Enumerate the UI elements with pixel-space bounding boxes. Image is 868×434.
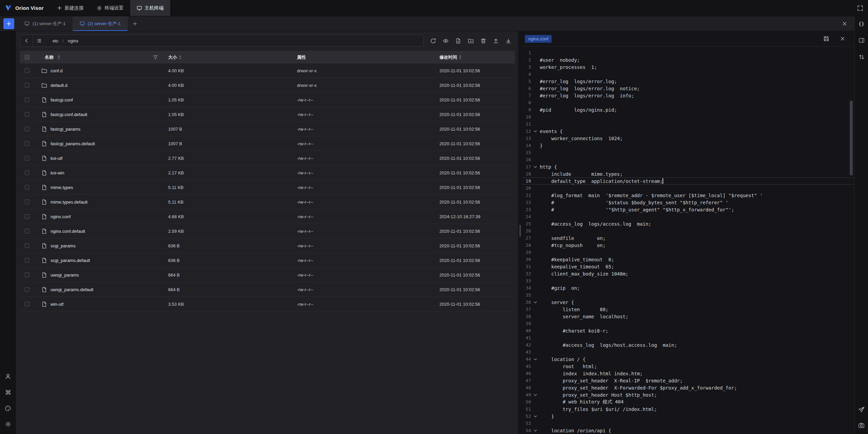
fold-chevron-icon[interactable] <box>531 414 540 418</box>
code-line[interactable]: 10 <box>522 113 854 120</box>
command-button[interactable] <box>3 388 13 397</box>
table-row[interactable]: fastcgi_params1007 B-rw-r--r--2020-11-01… <box>20 122 515 136</box>
add-tab-inline-button[interactable] <box>133 21 137 26</box>
filter-icon[interactable] <box>153 55 158 60</box>
table-row[interactable]: scgi_params636 B-rw-r--r--2020-11-01 10:… <box>20 239 515 253</box>
row-checkbox[interactable] <box>25 185 29 190</box>
download-button[interactable] <box>503 36 513 46</box>
table-row[interactable]: win-utf3.53 KB-rw-r--r--2020-11-01 10:02… <box>20 297 515 312</box>
fold-chevron-icon[interactable] <box>531 300 540 304</box>
list-view-button[interactable] <box>33 35 45 46</box>
table-row[interactable]: uwsgi_params664 B-rw-r--r--2020-11-01 10… <box>20 268 515 282</box>
row-checkbox[interactable] <box>25 200 29 204</box>
file-name[interactable]: default.d <box>51 83 67 88</box>
row-checkbox[interactable] <box>25 214 29 219</box>
row-checkbox[interactable] <box>25 170 29 175</box>
code-line[interactable]: 53 <box>522 420 854 427</box>
row-checkbox[interactable] <box>25 68 29 73</box>
code-line[interactable]: 35 <box>522 291 854 299</box>
code-line[interactable]: 28 #tcp_nopush on; <box>522 242 854 249</box>
code-line[interactable]: 13 worker_connections 1024; <box>522 135 854 142</box>
code-line[interactable]: 37 listen 80; <box>522 306 854 313</box>
row-checkbox[interactable] <box>25 83 29 88</box>
code-line[interactable]: 43 <box>522 348 854 356</box>
code-line[interactable]: 6#error_log logs/error.log notice; <box>522 85 854 92</box>
code-line[interactable]: 25 #access_log logs/access.log main; <box>522 220 854 227</box>
new-tab-button[interactable] <box>3 18 14 29</box>
file-tag[interactable]: nginx.conf <box>525 35 552 43</box>
row-checkbox[interactable] <box>25 156 29 161</box>
fullscreen-button[interactable] <box>855 3 865 13</box>
table-row[interactable]: uwsgi_params.default664 B-rw-r--r--2020-… <box>20 282 515 297</box>
editor-close-button[interactable] <box>837 34 848 44</box>
row-checkbox[interactable] <box>25 127 29 131</box>
code-line[interactable]: 18 include mime.types; <box>522 170 854 177</box>
file-name[interactable]: nginx.conf <box>51 214 71 219</box>
row-checkbox[interactable] <box>25 302 29 306</box>
table-row[interactable]: koi-win2.17 KB-rw-r--r--2020-11-01 10:02… <box>20 166 515 180</box>
table-row[interactable]: fastcgi_params.default1007 B-rw-r--r--20… <box>20 136 515 151</box>
file-name[interactable]: uwsgi_params.default <box>51 287 93 292</box>
table-row[interactable]: mime.types.default5.11 KB-rw-r--r--2020-… <box>20 195 515 209</box>
column-size-label[interactable]: 大小 <box>168 54 177 60</box>
column-mtime-label[interactable]: 修改时间 <box>439 54 457 60</box>
code-line[interactable]: 15 <box>522 149 854 156</box>
code-line[interactable]: 50 # web history 模式 404 <box>522 398 854 405</box>
code-line[interactable]: 12events { <box>522 128 854 135</box>
new-file-button[interactable] <box>453 36 463 46</box>
row-checkbox[interactable] <box>25 272 29 277</box>
breadcrumb-item-nginx[interactable]: nginx <box>68 38 78 43</box>
fold-chevron-icon[interactable] <box>531 429 540 433</box>
row-checkbox[interactable] <box>25 243 29 248</box>
upload-button[interactable] <box>491 36 501 46</box>
code-line[interactable]: 21 #log_format main '$remote_addr - $rem… <box>522 192 854 199</box>
table-row[interactable]: koi-utf2.77 KB-rw-r--r--2020-11-01 10:02… <box>20 151 515 166</box>
fold-chevron-icon[interactable] <box>531 357 540 361</box>
code-line[interactable]: 23 # '"$http_user_agent" "$http_x_forwar… <box>522 206 854 213</box>
code-line[interactable]: 40 #charset koi8-r; <box>522 327 854 334</box>
code-line[interactable]: 19 default_type application/octet-stream… <box>522 177 854 185</box>
code-line[interactable]: 42 #access_log logs/host.access.log main… <box>522 341 854 348</box>
row-checkbox[interactable] <box>25 97 29 102</box>
file-name[interactable]: win-utf <box>51 302 63 307</box>
code-line[interactable]: 26 <box>522 227 854 234</box>
screenshot-button[interactable] <box>857 420 866 430</box>
code-line[interactable]: 17http { <box>522 163 854 170</box>
code-line[interactable]: 33 <box>522 277 854 284</box>
toggle-panel-button[interactable] <box>857 36 866 45</box>
code-line[interactable]: 8 <box>522 99 854 106</box>
code-line[interactable]: 24 <box>522 213 854 220</box>
code-line[interactable]: 3worker_processes 1; <box>522 63 854 71</box>
code-line[interactable]: 52 } <box>522 413 854 420</box>
code-line[interactable]: 36 server { <box>522 299 854 306</box>
code-line[interactable]: 9#pid logs/nginx.pid; <box>522 106 854 113</box>
transfer-button[interactable] <box>857 52 866 62</box>
code-line[interactable]: 30 #keepalive_timeout 0; <box>522 256 854 263</box>
tab-server-1[interactable]: (1) server-生产-1 <box>18 16 73 31</box>
send-command-button[interactable] <box>857 405 866 414</box>
table-row[interactable]: fastcgi.conf.default1.05 KB-rw-r--r--202… <box>20 107 515 122</box>
panel-splitter[interactable] <box>518 31 522 434</box>
menu-new-connection[interactable]: 新建连接 <box>51 0 90 16</box>
fold-chevron-icon[interactable] <box>531 129 540 133</box>
sort-icon[interactable] <box>57 55 60 60</box>
theme-button[interactable] <box>3 403 13 413</box>
sort-icon[interactable] <box>179 55 182 60</box>
fold-chevron-icon[interactable] <box>531 165 540 169</box>
sort-icon[interactable] <box>459 55 462 60</box>
code-line[interactable]: 45 root html; <box>522 363 854 370</box>
file-name[interactable]: nginx.conf.default <box>51 229 85 234</box>
file-name[interactable]: mime.types.default <box>51 200 87 205</box>
menu-host-terminal[interactable]: 主机终端 <box>130 0 170 16</box>
row-checkbox[interactable] <box>25 287 29 292</box>
editor-scrollbar[interactable] <box>850 101 853 175</box>
code-line[interactable]: 4 <box>522 71 854 78</box>
table-row[interactable]: default.d4.00 KBdrwxr-xr-x2020-11-01 10:… <box>20 78 515 93</box>
code-line[interactable]: 39 <box>522 320 854 327</box>
table-row[interactable]: conf.d4.00 KBdrwxr-xr-x2020-11-01 10:02:… <box>20 63 515 78</box>
code-line[interactable]: 22 # '$status $body_bytes_sent "$http_re… <box>522 199 854 206</box>
row-checkbox[interactable] <box>25 141 29 146</box>
code-line[interactable]: 29 <box>522 249 854 256</box>
code-line[interactable]: 51 try_files $uri $uri/ /index.html; <box>522 405 854 413</box>
file-name[interactable]: fastcgi.conf <box>51 97 73 102</box>
